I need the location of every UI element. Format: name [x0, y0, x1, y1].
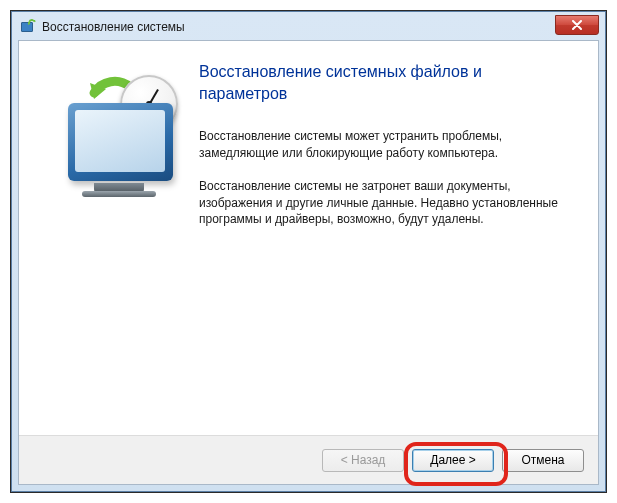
description-1: Восстановление системы может устранить п…: [199, 128, 570, 162]
description-2: Восстановление системы не затронет ваши …: [199, 178, 570, 228]
back-button: < Назад: [322, 449, 404, 472]
wizard-graphic: [39, 61, 199, 425]
content: Восстановление системных файлов и параме…: [19, 41, 598, 435]
next-button[interactable]: Далее >: [412, 449, 494, 472]
close-button[interactable]: [555, 15, 599, 35]
client-area: Восстановление системных файлов и параме…: [18, 40, 599, 485]
window-title: Восстановление системы: [42, 20, 185, 34]
system-restore-icon: [20, 19, 36, 35]
footer: < Назад Далее > Отмена: [19, 436, 598, 484]
close-icon: [572, 20, 582, 30]
page-title: Восстановление системных файлов и параме…: [199, 61, 570, 104]
cancel-button[interactable]: Отмена: [502, 449, 584, 472]
window: Восстановление системы: [11, 11, 606, 492]
titlebar: Восстановление системы: [18, 18, 599, 40]
text-column: Восстановление системных файлов и параме…: [199, 61, 570, 425]
